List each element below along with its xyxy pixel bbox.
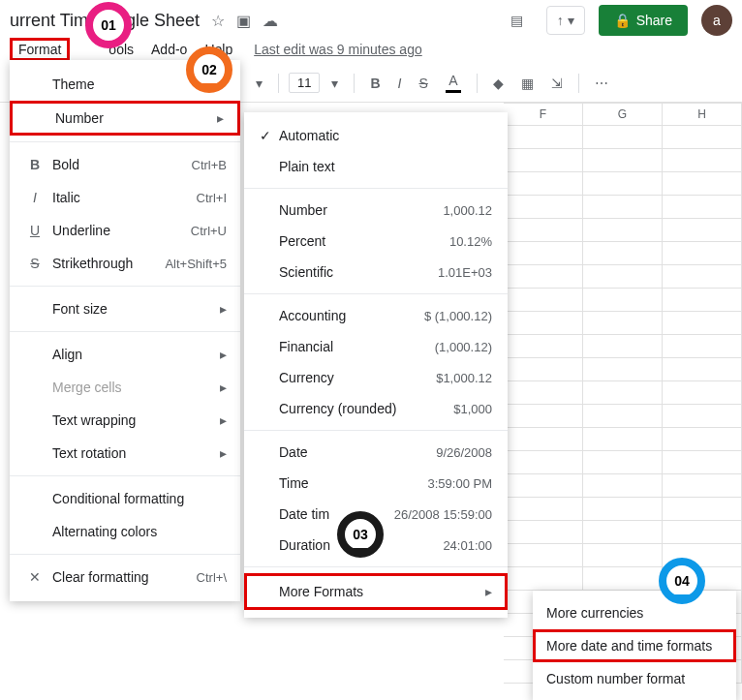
borders-button[interactable]: ▦	[515, 72, 540, 95]
cell[interactable]	[583, 498, 663, 521]
avatar[interactable]: a	[701, 5, 732, 36]
cell[interactable]	[583, 428, 663, 451]
cell[interactable]	[504, 265, 583, 289]
more-toolbar-icon[interactable]: ⋯	[589, 72, 614, 95]
cell[interactable]	[583, 474, 663, 498]
cell[interactable]	[504, 405, 583, 428]
menu-number[interactable]: Number ▸	[10, 101, 240, 136]
cell[interactable]	[504, 196, 583, 219]
cell[interactable]	[663, 335, 742, 358]
cell[interactable]	[663, 358, 742, 381]
cell[interactable]	[583, 544, 663, 567]
nm-automatic[interactable]: ✓Automatic	[244, 120, 508, 151]
cell[interactable]	[504, 567, 583, 591]
font-size-input[interactable]: 11	[289, 73, 320, 93]
column-header[interactable]: H	[663, 103, 742, 126]
cell[interactable]	[504, 381, 583, 405]
cell[interactable]	[504, 172, 583, 196]
cell[interactable]	[663, 498, 742, 521]
merge-button[interactable]: ⇲	[545, 72, 569, 95]
nm-plain[interactable]: Plain text	[244, 151, 508, 182]
nm-number[interactable]: Number1,000.12	[244, 195, 508, 226]
cell[interactable]	[504, 451, 583, 474]
mm-custom[interactable]: Custom number format	[533, 662, 736, 695]
last-edit-link[interactable]: Last edit was 9 minutes ago	[254, 42, 422, 57]
cell[interactable]	[583, 172, 663, 196]
present-button[interactable]: ↑ ▾	[546, 6, 585, 35]
cell[interactable]	[583, 451, 663, 474]
nm-currency[interactable]: Currency$1,000.12	[244, 362, 508, 393]
menu-addons[interactable]: Add-o	[143, 38, 195, 61]
font-size-dropdown[interactable]: ▾	[325, 72, 344, 95]
cell[interactable]	[583, 196, 663, 219]
cell[interactable]	[504, 544, 583, 567]
cell[interactable]	[504, 289, 583, 312]
menu-align[interactable]: Align▸	[10, 338, 240, 371]
cell[interactable]	[583, 381, 663, 405]
column-header[interactable]: G	[583, 103, 663, 126]
cell[interactable]	[583, 126, 663, 149]
cell[interactable]	[504, 498, 583, 521]
mm-datetime[interactable]: More date and time formats	[533, 629, 736, 662]
cell[interactable]	[583, 149, 663, 172]
share-button[interactable]: 🔒 Share	[599, 5, 688, 36]
cell[interactable]	[663, 242, 742, 265]
fill-color-button[interactable]: ◆	[487, 72, 510, 95]
cell[interactable]	[663, 149, 742, 172]
nm-more-formats[interactable]: More Formats▸	[244, 573, 508, 610]
cell[interactable]	[504, 358, 583, 381]
cell[interactable]	[504, 219, 583, 242]
cell[interactable]	[583, 405, 663, 428]
nm-time[interactable]: Time3:59:00 PM	[244, 468, 508, 499]
cell[interactable]	[663, 451, 742, 474]
cell[interactable]	[504, 312, 583, 335]
cell[interactable]	[663, 521, 742, 544]
cell[interactable]	[663, 219, 742, 242]
cell[interactable]	[583, 358, 663, 381]
menu-rotation[interactable]: Text rotation▸	[10, 437, 240, 470]
nm-accounting[interactable]: Accounting$ (1,000.12)	[244, 300, 508, 331]
nm-scientific[interactable]: Scientific1.01E+03	[244, 257, 508, 288]
menu-clear[interactable]: ✕Clear formattingCtrl+\	[10, 561, 240, 593]
cell[interactable]	[663, 428, 742, 451]
cell[interactable]	[504, 149, 583, 172]
mm-currencies[interactable]: More currencies	[533, 596, 736, 629]
cell[interactable]	[583, 219, 663, 242]
cell[interactable]	[504, 521, 583, 544]
menu-italic[interactable]: IItalicCtrl+I	[10, 181, 240, 214]
cell[interactable]	[504, 242, 583, 265]
cell[interactable]	[663, 289, 742, 312]
menu-conditional[interactable]: Conditional formatting	[10, 482, 240, 515]
cloud-icon[interactable]: ☁	[263, 12, 278, 30]
cell[interactable]	[583, 312, 663, 335]
cell[interactable]	[583, 521, 663, 544]
menu-strike[interactable]: SStrikethroughAlt+Shift+5	[10, 247, 240, 280]
cell[interactable]	[663, 172, 742, 196]
column-header[interactable]: F	[504, 103, 583, 126]
cell[interactable]	[583, 242, 663, 265]
cell[interactable]	[583, 567, 663, 591]
cell[interactable]	[583, 289, 663, 312]
cell[interactable]	[663, 381, 742, 405]
menu-underline[interactable]: UUnderlineCtrl+U	[10, 214, 240, 247]
cell[interactable]	[663, 405, 742, 428]
nm-percent[interactable]: Percent10.12%	[244, 226, 508, 257]
cell[interactable]	[663, 312, 742, 335]
cell[interactable]	[663, 265, 742, 289]
cell[interactable]	[504, 335, 583, 358]
cell[interactable]	[583, 335, 663, 358]
cell[interactable]	[583, 265, 663, 289]
cell[interactable]	[504, 428, 583, 451]
nm-date[interactable]: Date9/26/2008	[244, 437, 508, 468]
cell[interactable]	[663, 474, 742, 498]
font-dropdown[interactable]: ▾	[250, 72, 268, 95]
menu-bold[interactable]: BBoldCtrl+B	[10, 148, 240, 181]
menu-format[interactable]: Format	[10, 38, 70, 61]
bold-button[interactable]: B	[364, 72, 386, 95]
menu-alternating[interactable]: Alternating colors	[10, 515, 240, 548]
comments-icon[interactable]: ▤	[502, 5, 533, 36]
nm-currency-r[interactable]: Currency (rounded)$1,000	[244, 393, 508, 424]
cell[interactable]	[663, 196, 742, 219]
cell[interactable]	[504, 126, 583, 149]
cell[interactable]	[663, 126, 742, 149]
